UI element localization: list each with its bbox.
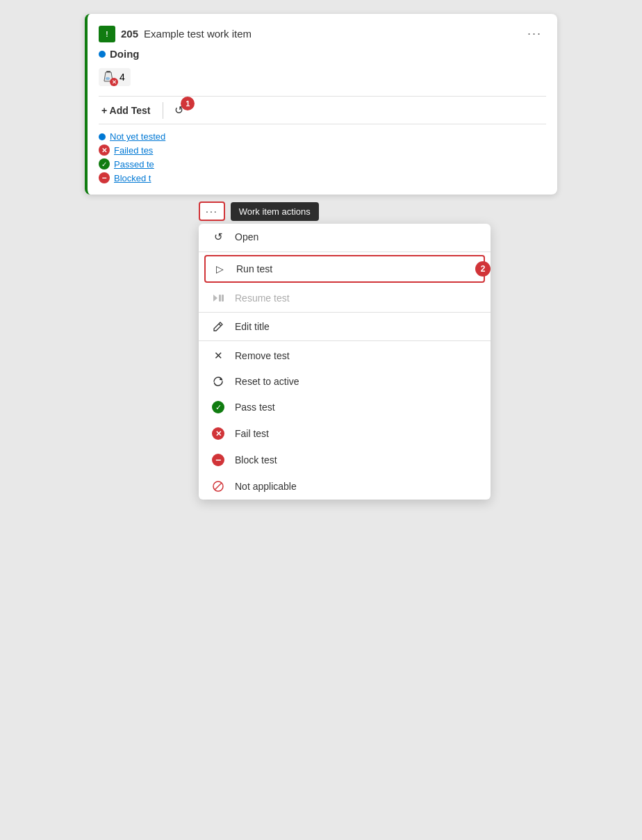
test-count-badge: ✕ 4	[99, 68, 131, 86]
svg-rect-5	[219, 295, 221, 302]
menu-item-remove-test[interactable]: ✕ Remove test	[199, 343, 491, 369]
svg-line-9	[215, 483, 222, 490]
menu-item-run-test[interactable]: ▷ Run test 2	[204, 255, 485, 283]
svg-text:!: !	[106, 31, 108, 38]
status-dot	[99, 51, 106, 58]
dropdown-area: ··· Work item actions ↺ Open ▷ Run test …	[199, 201, 491, 500]
test-list: Not yet tested ✕ Failed tes ✓ Passed te …	[99, 131, 546, 183]
menu-item-resume-test: Resume test	[199, 286, 491, 311]
menu-item-block-test[interactable]: − Block test	[199, 447, 491, 473]
menu-item-pass-test[interactable]: ✓ Pass test	[199, 394, 491, 420]
run-test-icon: ▷	[213, 263, 227, 274]
status-text: Doing	[110, 48, 140, 60]
svg-line-7	[219, 324, 221, 326]
add-test-button[interactable]: + Add Test	[99, 102, 157, 119]
item-id: 205	[121, 28, 138, 40]
work-item-actions-button[interactable]: ···	[199, 201, 225, 221]
menu-item-reset-active[interactable]: Reset to active	[199, 369, 491, 394]
fail-badge-icon: ✕	[110, 78, 118, 86]
menu-item-remove-test-label: Remove test	[235, 350, 290, 361]
reset-active-icon	[211, 376, 225, 387]
list-item: ✕ Failed tes	[99, 145, 546, 156]
work-item-card: ! 205 Example test work item ··· Doing	[85, 14, 557, 195]
work-item-actions-tooltip: Work item actions	[231, 202, 319, 221]
badge-number-1: 1	[181, 97, 195, 110]
fail-test-icon: ✕	[211, 427, 225, 440]
list-item: − Blocked t	[99, 172, 546, 183]
blocked-icon: −	[99, 172, 110, 183]
flask-icon: ✕	[101, 69, 117, 85]
menu-divider	[199, 340, 491, 341]
edit-title-icon	[211, 321, 225, 332]
menu-item-open[interactable]: ↺ Open	[199, 224, 491, 250]
menu-item-run-test-label: Run test	[236, 263, 272, 274]
passed-test-link[interactable]: Passed te	[114, 159, 154, 170]
menu-item-reset-active-label: Reset to active	[235, 376, 299, 387]
context-menu: ↺ Open ▷ Run test 2	[199, 224, 491, 500]
menu-item-pass-test-label: Pass test	[235, 402, 275, 413]
not-yet-tested-link[interactable]: Not yet tested	[110, 131, 165, 142]
menu-item-resume-test-label: Resume test	[235, 293, 290, 304]
not-tested-dot	[99, 133, 106, 140]
blocked-test-link[interactable]: Blocked t	[114, 173, 151, 183]
menu-item-fail-test[interactable]: ✕ Fail test	[199, 420, 491, 447]
menu-divider	[199, 252, 491, 252]
svg-rect-6	[222, 295, 224, 302]
menu-divider	[199, 312, 491, 313]
pass-test-icon: ✓	[211, 401, 225, 413]
menu-item-edit-title[interactable]: Edit title	[199, 314, 491, 339]
badge-number-2: 2	[475, 261, 491, 277]
resume-test-icon	[211, 293, 225, 303]
svg-point-3	[106, 77, 110, 80]
list-item: ✓ Passed te	[99, 158, 546, 170]
test-count-number: 4	[120, 72, 125, 83]
failed-icon: ✕	[99, 145, 110, 156]
remove-test-icon: ✕	[211, 349, 225, 362]
failed-test-link[interactable]: Failed tes	[114, 145, 153, 156]
menu-item-not-applicable[interactable]: Not applicable	[199, 473, 491, 500]
item-title: Example test work item	[144, 28, 252, 40]
svg-marker-4	[213, 295, 217, 302]
passed-icon: ✓	[99, 158, 110, 170]
list-item: Not yet tested	[99, 131, 546, 142]
open-icon: ↺	[211, 231, 225, 243]
three-dots-wrapper: ··· Work item actions	[199, 201, 491, 221]
not-applicable-icon	[211, 480, 225, 493]
menu-item-edit-title-label: Edit title	[235, 321, 270, 332]
menu-item-not-applicable-label: Not applicable	[235, 481, 297, 492]
card-more-button[interactable]: ···	[523, 25, 546, 42]
work-item-icon: !	[99, 26, 115, 42]
toolbar-divider	[163, 102, 163, 119]
block-test-icon: −	[211, 454, 225, 466]
menu-item-open-label: Open	[235, 231, 258, 242]
menu-item-block-test-label: Block test	[235, 454, 277, 466]
menu-item-fail-test-label: Fail test	[235, 428, 269, 439]
